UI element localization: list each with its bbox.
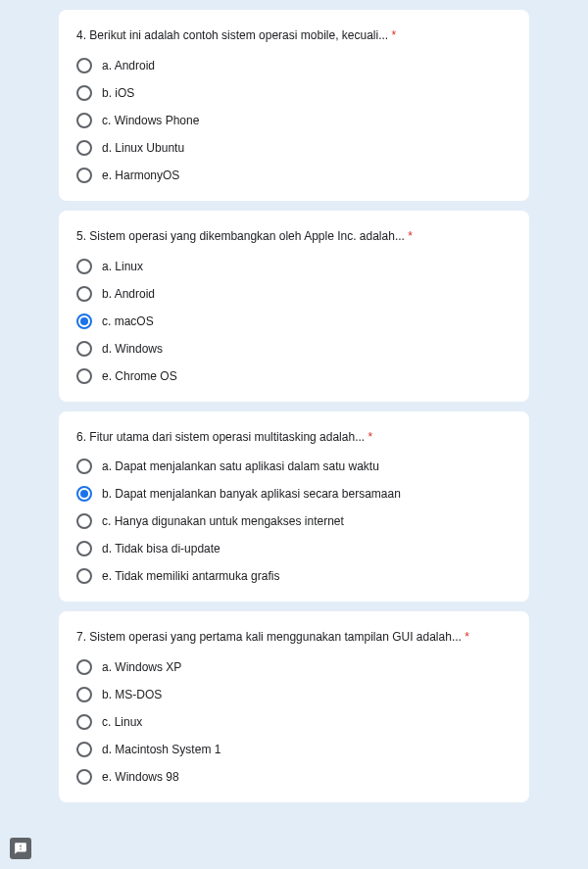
option-label: b. iOS xyxy=(102,86,134,100)
question-card: 5. Sistem operasi yang dikembangkan oleh… xyxy=(59,211,529,402)
radio-button[interactable] xyxy=(76,714,92,730)
option-row[interactable]: c. Windows Phone xyxy=(76,113,512,128)
question-title-text: 7. Sistem operasi yang pertama kali meng… xyxy=(76,630,465,644)
option-row[interactable]: a. Linux xyxy=(76,259,512,274)
question-title: 6. Fitur utama dari sistem operasi multi… xyxy=(76,429,512,446)
option-label: b. Android xyxy=(102,287,155,301)
report-problem-button[interactable] xyxy=(10,838,31,859)
radio-button[interactable] xyxy=(76,140,92,156)
option-label: a. Windows XP xyxy=(102,660,181,674)
radio-button[interactable] xyxy=(76,541,92,556)
question-card: 6. Fitur utama dari sistem operasi multi… xyxy=(59,411,529,603)
option-label: d. Linux Ubuntu xyxy=(102,141,184,155)
option-label: b. MS-DOS xyxy=(102,688,162,701)
radio-button[interactable] xyxy=(76,85,92,101)
option-label: e. HarmonyOS xyxy=(102,169,179,182)
question-card: 7. Sistem operasi yang pertama kali meng… xyxy=(59,611,529,802)
question-card: 4. Berikut ini adalah contoh sistem oper… xyxy=(59,10,529,201)
option-row[interactable]: b. iOS xyxy=(76,85,512,101)
option-row[interactable]: d. Linux Ubuntu xyxy=(76,140,512,156)
option-row[interactable]: a. Android xyxy=(76,58,512,73)
radio-button[interactable] xyxy=(76,513,92,529)
radio-button[interactable] xyxy=(76,58,92,73)
question-title: 4. Berikut ini adalah contoh sistem oper… xyxy=(76,27,512,44)
option-label: e. Tidak memiliki antarmuka grafis xyxy=(102,569,279,583)
radio-button[interactable] xyxy=(76,659,92,675)
option-row[interactable]: d. Tidak bisa di-update xyxy=(76,541,512,556)
question-title: 7. Sistem operasi yang pertama kali meng… xyxy=(76,629,512,646)
radio-button[interactable] xyxy=(76,368,92,384)
option-label: d. Windows xyxy=(102,342,163,356)
option-row[interactable]: d. Macintosh System 1 xyxy=(76,742,512,757)
radio-button[interactable] xyxy=(76,168,92,183)
radio-button[interactable] xyxy=(76,314,92,329)
radio-button[interactable] xyxy=(76,687,92,702)
option-row[interactable]: a. Windows XP xyxy=(76,659,512,675)
required-star: * xyxy=(392,28,397,42)
radio-button[interactable] xyxy=(76,742,92,757)
option-label: c. Hanya digunakan untuk mengakses inter… xyxy=(102,514,344,528)
report-icon xyxy=(14,842,27,855)
question-title: 5. Sistem operasi yang dikembangkan oleh… xyxy=(76,228,512,245)
option-label: a. Linux xyxy=(102,260,143,273)
option-row[interactable]: d. Windows xyxy=(76,341,512,357)
option-row[interactable]: a. Dapat menjalankan satu aplikasi dalam… xyxy=(76,459,512,474)
form-container: 4. Berikut ini adalah contoh sistem oper… xyxy=(59,10,529,802)
option-row[interactable]: e. HarmonyOS xyxy=(76,168,512,183)
option-row[interactable]: c. Hanya digunakan untuk mengakses inter… xyxy=(76,513,512,529)
option-label: a. Dapat menjalankan satu aplikasi dalam… xyxy=(102,459,379,473)
option-label: c. Linux xyxy=(102,715,142,729)
option-label: b. Dapat menjalankan banyak aplikasi sec… xyxy=(102,487,401,501)
option-label: c. macOS xyxy=(102,314,154,328)
radio-button[interactable] xyxy=(76,459,92,474)
option-label: a. Android xyxy=(102,59,155,72)
radio-button[interactable] xyxy=(76,486,92,502)
option-label: d. Tidak bisa di-update xyxy=(102,542,220,555)
question-title-text: 6. Fitur utama dari sistem operasi multi… xyxy=(76,430,368,444)
option-row[interactable]: c. macOS xyxy=(76,314,512,329)
radio-button[interactable] xyxy=(76,286,92,302)
radio-button[interactable] xyxy=(76,769,92,785)
required-star: * xyxy=(408,229,413,243)
option-row[interactable]: b. Dapat menjalankan banyak aplikasi sec… xyxy=(76,486,512,502)
option-row[interactable]: b. Android xyxy=(76,286,512,302)
required-star: * xyxy=(368,430,372,444)
option-row[interactable]: e. Windows 98 xyxy=(76,769,512,785)
radio-button[interactable] xyxy=(76,341,92,357)
option-row[interactable]: c. Linux xyxy=(76,714,512,730)
radio-button[interactable] xyxy=(76,568,92,584)
question-title-text: 4. Berikut ini adalah contoh sistem oper… xyxy=(76,28,392,42)
option-row[interactable]: e. Tidak memiliki antarmuka grafis xyxy=(76,568,512,584)
radio-button[interactable] xyxy=(76,113,92,128)
option-label: c. Windows Phone xyxy=(102,114,199,127)
question-title-text: 5. Sistem operasi yang dikembangkan oleh… xyxy=(76,229,408,243)
option-row[interactable]: b. MS-DOS xyxy=(76,687,512,702)
option-label: e. Chrome OS xyxy=(102,369,177,383)
option-label: d. Macintosh System 1 xyxy=(102,743,220,756)
radio-button[interactable] xyxy=(76,259,92,274)
option-label: e. Windows 98 xyxy=(102,770,179,784)
required-star: * xyxy=(465,630,469,644)
option-row[interactable]: e. Chrome OS xyxy=(76,368,512,384)
